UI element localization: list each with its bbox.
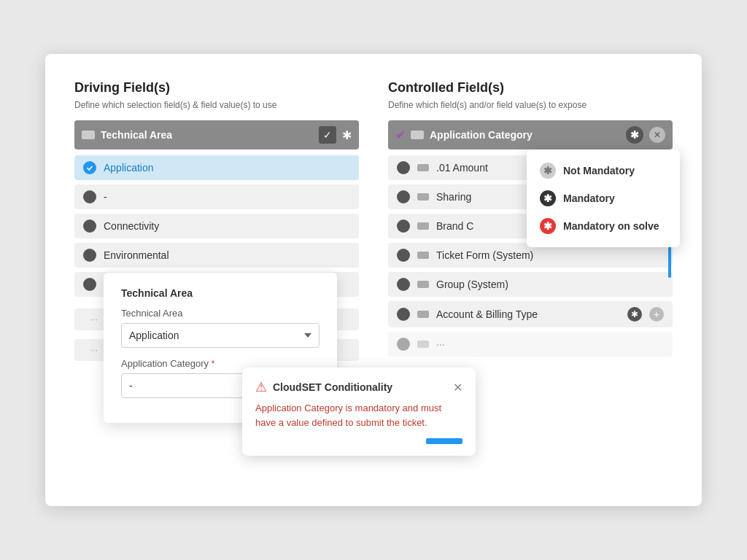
controlled-field-label: Application Category	[430, 129, 533, 141]
dot	[397, 249, 410, 262]
mandatory-option[interactable]: ✱ Mandatory	[527, 184, 680, 212]
main-card: Driving Field(s) Define which selection …	[45, 54, 702, 506]
item-label: -	[104, 191, 107, 203]
not-mandatory-label: Not Mandatory	[563, 165, 635, 176]
form-popup-title: Technical Area	[121, 287, 320, 299]
item-add-button[interactable]: +	[649, 307, 664, 322]
dot	[397, 219, 410, 233]
driving-field-header: Technical Area ✓ ✱	[74, 120, 359, 149]
dot	[397, 278, 410, 291]
progress-bar	[426, 438, 462, 444]
purple-check-icon: ✔	[395, 128, 405, 142]
list-item[interactable]: Connectivity	[74, 214, 359, 238]
controlled-column: Controlled Field(s) Define which field(s…	[388, 80, 673, 361]
item-icon	[417, 281, 429, 288]
controlled-title: Controlled Field(s)	[388, 80, 673, 96]
item-icon	[417, 193, 429, 201]
item-icon	[417, 164, 429, 171]
error-icon: ⚠	[255, 379, 267, 395]
required-indicator: *	[212, 358, 215, 369]
item-icon	[417, 311, 429, 318]
tooltip-close-button[interactable]: ✕	[453, 381, 462, 394]
item-label: Sharing	[436, 191, 471, 203]
mandatory-label: Mandatory	[563, 192, 615, 204]
dot	[397, 190, 410, 203]
driving-subtitle: Define which selection field(s) & field …	[74, 100, 359, 110]
technical-area-select[interactable]: Application - Connectivity Environmental…	[121, 323, 320, 348]
item-icon	[417, 222, 429, 230]
dot	[397, 338, 410, 351]
item-label: ···	[436, 338, 445, 350]
list-item[interactable]: -	[74, 184, 359, 209]
controlled-close-button[interactable]: ✕	[649, 127, 665, 143]
controlled-field-icon	[411, 131, 424, 139]
controlled-subtitle: Define which field(s) and/or field value…	[388, 100, 673, 110]
mandatory-on-solve-option[interactable]: ✱ Mandatory on solve	[527, 212, 680, 240]
item-star-icon: ✱	[627, 307, 642, 322]
item-label: Brand C	[436, 220, 473, 232]
driving-star-button[interactable]: ✱	[342, 128, 352, 142]
item-label: Ticket Form (System)	[436, 249, 533, 261]
dot	[83, 190, 96, 203]
mandatory-on-solve-label: Mandatory on solve	[563, 220, 659, 232]
item-label: Connectivity	[104, 220, 159, 232]
controlled-field-header: ✔ Application Category ✱ ✕ ✱ Not Mandato…	[388, 120, 673, 149]
list-item-partial: ···	[388, 332, 673, 357]
driving-field-label: Technical Area	[101, 129, 172, 141]
dot	[397, 161, 410, 174]
tooltip-header: ⚠ CloudSET Conditionality ✕	[255, 379, 462, 395]
item-label: Group (System)	[436, 279, 508, 290]
dot	[83, 278, 96, 291]
list-item[interactable]: Application	[74, 155, 359, 180]
driving-check-button[interactable]: ✓	[319, 126, 336, 144]
dot	[397, 308, 410, 321]
not-mandatory-option[interactable]: ✱ Not Mandatory	[527, 157, 680, 184]
list-item: Group (System)	[388, 272, 673, 297]
mandatory-dropdown: ✱ Not Mandatory ✱ Mandatory ✱ Mandatory …	[527, 149, 680, 247]
driving-title: Driving Field(s)	[74, 80, 359, 96]
mandatory-on-solve-icon: ✱	[540, 218, 556, 234]
mandatory-icon: ✱	[540, 190, 556, 206]
item-icon	[417, 341, 429, 348]
mandatory-star-button[interactable]: ✱	[626, 126, 643, 144]
item-label: .01 Amount	[436, 162, 488, 174]
tooltip-message: Application Category is mandatory and mu…	[255, 401, 462, 429]
dot	[83, 219, 96, 233]
item-label: Environmental	[104, 249, 169, 261]
list-item: Account & Billing Type ✱ +	[388, 301, 673, 327]
driving-field-icon	[82, 131, 95, 139]
item-icon	[417, 252, 429, 259]
cloudset-tooltip: ⚠ CloudSET Conditionality ✕ Application …	[242, 368, 476, 456]
list-item[interactable]: Environmental	[74, 243, 359, 268]
not-mandatory-icon: ✱	[540, 163, 556, 179]
form-field1-label: Technical Area	[121, 308, 320, 319]
item-label: Application	[104, 162, 154, 174]
dot-active	[83, 161, 96, 174]
item-label: Account & Billing Type	[436, 308, 538, 320]
tooltip-title: CloudSET Conditionality	[273, 381, 447, 393]
dot	[83, 249, 96, 262]
